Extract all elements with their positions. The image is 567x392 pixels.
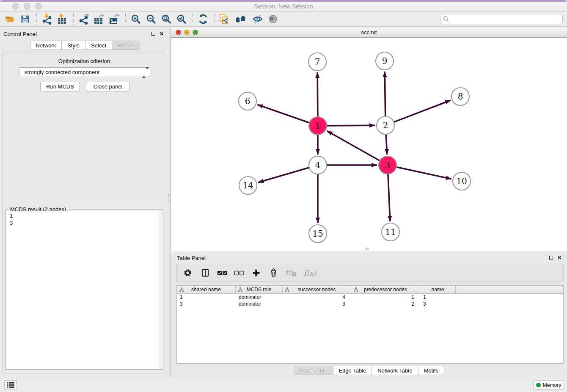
graph-node-label-1: 1: [315, 121, 321, 131]
tab-select[interactable]: Select: [85, 41, 112, 50]
cell-mcds-role[interactable]: dominator: [236, 294, 283, 301]
graph-node-label-6: 6: [245, 96, 250, 106]
window-titlebar: Session: New Session: [0, 0, 567, 12]
tab-node-table[interactable]: Node Table: [294, 366, 333, 375]
memory-button[interactable]: Memory: [533, 380, 564, 390]
graph-node-label-7: 7: [315, 57, 320, 67]
hide-selected-button[interactable]: [252, 14, 263, 25]
delete-table-icon: [286, 269, 297, 277]
cell-predecessor-nodes[interactable]: 1: [351, 294, 420, 301]
table-row[interactable]: 1 dominator 4 1 1: [177, 294, 563, 301]
cell-successor-nodes[interactable]: 3: [283, 301, 351, 307]
float-table-panel-icon[interactable]: [549, 256, 553, 259]
table-tabs: Node Table Edge Table Network Table Moti…: [294, 366, 444, 375]
graph-edge-3-1[interactable]: [327, 131, 380, 160]
graph-edge-1-7[interactable]: [317, 72, 318, 116]
tab-edge-table[interactable]: Edge Table: [333, 366, 372, 375]
deselect-all-icon: [234, 270, 245, 276]
tab-style[interactable]: Style: [62, 41, 85, 50]
table-settings-button[interactable]: [182, 267, 193, 279]
graph-edge-2-8[interactable]: [394, 100, 451, 122]
column-header-shared-name[interactable]: shared name: [177, 286, 236, 293]
list-icon: [6, 381, 15, 389]
deselect-all-button[interactable]: [234, 267, 245, 279]
result-scrollbar[interactable]: [159, 211, 162, 369]
graph-edge-2-9[interactable]: [385, 72, 385, 116]
tab-mcds[interactable]: MCDS: [112, 41, 139, 50]
import-network-button[interactable]: [41, 14, 52, 25]
zoom-in-button[interactable]: [130, 14, 141, 25]
float-panel-icon[interactable]: [151, 32, 155, 36]
mcds-panel: Optimization criterion: strongly connect…: [3, 52, 167, 373]
task-history-button[interactable]: [4, 380, 17, 389]
column-header-successor-nodes[interactable]: successor nodes: [283, 286, 351, 293]
run-mcds-button[interactable]: Run MCDS: [40, 82, 80, 91]
graph-edge-1-6[interactable]: [258, 105, 309, 123]
criterion-dropdown[interactable]: strongly connected component: [19, 67, 150, 77]
search-input[interactable]: [451, 16, 560, 22]
gear-icon: [183, 268, 192, 277]
zoom-fit-button[interactable]: [160, 14, 172, 25]
close-panel-button[interactable]: Close panel: [86, 82, 130, 91]
save-session-button[interactable]: [19, 14, 31, 25]
cell-shared-name[interactable]: 1: [177, 294, 236, 301]
open-file-button[interactable]: [4, 14, 16, 25]
graph-node-label-2: 2: [383, 120, 388, 130]
graph-edge-3-10[interactable]: [397, 167, 451, 179]
network-splitter-grip[interactable]: [365, 248, 369, 250]
column-header-predecessor-nodes[interactable]: predecessor nodes: [351, 286, 420, 293]
select-all-icon: [217, 270, 228, 276]
mcds-result-list[interactable]: 1 3: [6, 211, 162, 369]
table-toolbar: f(x): [176, 264, 564, 282]
cell-name[interactable]: 1: [420, 294, 456, 301]
toolbar-separator: [193, 13, 193, 25]
table-row[interactable]: 3 dominator 3 2 3: [177, 301, 563, 307]
graph-node-label-8: 8: [458, 91, 463, 102]
cell-mcds-role[interactable]: dominator: [236, 301, 283, 307]
export-network-button[interactable]: [78, 14, 89, 25]
create-column-button[interactable]: [250, 267, 262, 279]
import-table-button[interactable]: [56, 14, 68, 25]
show-column-button[interactable]: [199, 267, 211, 279]
close-panel-icon[interactable]: ✕: [160, 31, 164, 36]
graph-node-label-15: 15: [312, 229, 323, 239]
cell-name[interactable]: 3: [420, 301, 456, 307]
cell-successor-nodes[interactable]: 4: [283, 294, 351, 301]
apply-layout-button[interactable]: [197, 14, 209, 25]
mcds-result-box: MCDS result (2 nodes) 1 3: [6, 210, 163, 370]
column-header-name[interactable]: name: [420, 286, 456, 293]
graph-edge-3-11[interactable]: [388, 174, 390, 221]
first-neighbors-button[interactable]: [234, 14, 248, 25]
delete-table-button[interactable]: [285, 267, 298, 279]
zoom-in-icon: [131, 14, 141, 24]
control-panel-title: Control Panel: [3, 31, 37, 37]
delete-column-button[interactable]: [268, 267, 279, 279]
graph-edge-4-14[interactable]: [258, 168, 309, 182]
select-all-button[interactable]: [217, 267, 228, 279]
tab-network-table[interactable]: Network Table: [372, 366, 418, 375]
network-window-titlebar[interactable]: × − + scc.txt: [171, 28, 567, 38]
function-builder-button[interactable]: f(x): [304, 269, 316, 277]
close-table-panel-icon[interactable]: ✕: [557, 255, 561, 260]
zoom-selected-button[interactable]: [176, 14, 187, 25]
window-accent-strip: [0, 0, 567, 2]
show-all-button[interactable]: [267, 14, 278, 25]
graph-edge-1-2[interactable]: [327, 125, 375, 126]
export-table-button[interactable]: [93, 14, 105, 25]
search-field[interactable]: [440, 14, 563, 24]
new-network-from-selection-button[interactable]: [219, 14, 230, 25]
memory-label: Memory: [543, 382, 561, 388]
plus-icon: [252, 268, 261, 277]
cell-shared-name[interactable]: 3: [177, 301, 236, 307]
graph-edge-2-3[interactable]: [386, 135, 387, 155]
network-graph[interactable]: 7968124314101511: [171, 38, 567, 251]
export-image-button[interactable]: [108, 14, 120, 25]
column-header-mcds-role[interactable]: MCDS role: [236, 286, 283, 293]
zoom-out-icon: [146, 14, 156, 24]
cell-predecessor-nodes[interactable]: 2: [351, 301, 420, 307]
network-canvas[interactable]: 7968124314101511: [171, 38, 567, 251]
tab-motifs[interactable]: Motifs: [418, 366, 444, 375]
tab-network[interactable]: Network: [30, 41, 62, 50]
zoom-out-button[interactable]: [145, 14, 157, 25]
graph-node-label-11: 11: [385, 227, 396, 237]
